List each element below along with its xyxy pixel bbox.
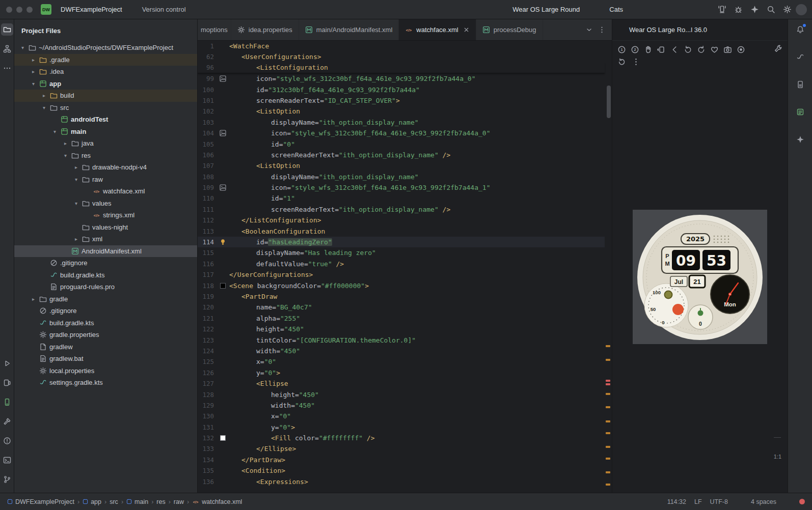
line-number[interactable]: 114 [198, 237, 216, 247]
caret-position[interactable]: 114:32 [667, 498, 686, 505]
error-stripe-mark[interactable] [606, 383, 610, 385]
code-line[interactable]: 122height="450" [198, 324, 605, 334]
open-in-window-icon[interactable] [747, 26, 755, 34]
line-number[interactable]: 103 [198, 117, 216, 128]
line-number[interactable]: 135 [198, 465, 216, 476]
close-window-icon[interactable] [6, 7, 12, 13]
logcat-button[interactable] [794, 106, 806, 118]
line-separator[interactable]: LF [694, 498, 702, 505]
gemini-button[interactable] [748, 3, 761, 16]
project-selector[interactable]: DWFExampleProject [57, 4, 136, 15]
button-1-icon[interactable]: 1 [617, 45, 626, 54]
editor-tab[interactable]: processDebug [476, 19, 543, 40]
line-number[interactable]: 99 [198, 73, 216, 84]
build-button[interactable] [1, 415, 13, 428]
editor-tab[interactable]: moptions [198, 19, 231, 40]
line-number[interactable]: 117 [198, 269, 216, 280]
unlock-icon[interactable] [784, 498, 791, 505]
tree-item[interactable]: .gitignore [14, 257, 197, 269]
chevron-expanded-icon[interactable]: ▾ [40, 105, 48, 110]
error-indicator[interactable] [799, 499, 805, 504]
code-line[interactable]: 118<Scene backgroundColor="#ff000000"> [198, 280, 605, 291]
chevron-expanded-icon[interactable]: ▾ [50, 129, 59, 134]
device-manager-button[interactable] [1, 396, 13, 408]
line-number[interactable]: 108 [198, 172, 216, 182]
project-panel-header[interactable]: Project Files [14, 19, 197, 42]
code-line[interactable]: 1<WatchFace [198, 41, 605, 51]
chevron-collapsed-icon[interactable]: ▸ [29, 296, 38, 302]
breadcrumb-item[interactable]: main [126, 498, 148, 505]
line-number[interactable]: 110 [198, 193, 216, 204]
line-number[interactable]: 131 [198, 422, 216, 433]
code-line[interactable]: 111screenReaderText="ith_option_display_… [198, 204, 605, 215]
line-number[interactable]: 115 [198, 247, 216, 258]
warning-stripe-mark[interactable] [606, 471, 610, 473]
code-line[interactable]: 108displayName="ith_option_display_name" [198, 172, 605, 182]
indent-config[interactable]: 4 spaces [751, 498, 776, 505]
code-line[interactable]: 133</Ellipse> [198, 443, 605, 454]
line-number[interactable]: 129 [198, 400, 216, 411]
line-number[interactable]: 119 [198, 291, 216, 302]
code-line[interactable]: 110id="1" [198, 193, 605, 204]
avatar[interactable] [796, 4, 807, 15]
inspections-ok-icon[interactable] [593, 45, 601, 52]
tree-item[interactable]: gradlew.bat [14, 353, 197, 365]
file-encoding[interactable]: UTF-8 [710, 498, 728, 505]
chevron-collapsed-icon[interactable]: ▸ [29, 69, 38, 74]
chevron-collapsed-icon[interactable]: ▸ [72, 164, 80, 170]
line-number[interactable]: 126 [198, 367, 216, 378]
code-line[interactable]: 132<Fill color="#ffffffff" /> [198, 433, 605, 443]
tree-item[interactable]: values-night [14, 221, 197, 234]
problems-button[interactable] [1, 435, 13, 447]
more-button[interactable] [1, 62, 13, 74]
run-configuration-selector[interactable]: Cats [596, 4, 637, 15]
reset-icon[interactable] [617, 58, 626, 66]
line-number[interactable]: 104 [198, 128, 216, 138]
line-number[interactable]: 121 [198, 313, 216, 324]
tree-item[interactable]: </>strings.xml [14, 209, 197, 221]
line-number[interactable]: 133 [198, 443, 216, 454]
tilt-icon[interactable] [657, 45, 666, 54]
code-line[interactable]: 131y="0"> [198, 422, 605, 433]
warning-stripe-mark[interactable] [606, 420, 610, 422]
rotate-left-icon[interactable] [684, 45, 692, 54]
line-number[interactable]: 113 [198, 226, 216, 237]
code-line[interactable]: 103displayName="ith_option_display_name" [198, 117, 605, 128]
chevron-expanded-icon[interactable]: ▾ [18, 45, 27, 50]
close-tab-icon[interactable] [463, 26, 470, 33]
error-stripe[interactable] [605, 41, 612, 493]
tree-item[interactable]: proguard-rules.pro [14, 281, 197, 293]
code-line[interactable]: 136<Expressions> [198, 476, 605, 487]
line-number[interactable]: 109 [198, 182, 216, 193]
tab-more-options-icon[interactable] [598, 26, 606, 34]
code-line[interactable]: 121alpha="255" [198, 313, 605, 324]
project-button[interactable] [1, 23, 13, 36]
tree-item[interactable]: ▸.gradle [14, 54, 197, 66]
code-line[interactable]: 112</ListConfiguration> [198, 215, 605, 225]
device-tab-title[interactable]: Wear OS Large Ro...l 36.0 [629, 26, 707, 34]
tree-item[interactable]: gradle.properties [14, 329, 197, 341]
line-number[interactable]: 1 [198, 41, 216, 51]
tree-item[interactable]: ▸gradle [14, 293, 197, 305]
rotate-right-icon[interactable] [697, 45, 706, 54]
line-number[interactable]: 118 [198, 280, 216, 291]
line-number[interactable]: 116 [198, 259, 216, 269]
warning-stripe-mark[interactable] [606, 345, 610, 347]
drawable-icon[interactable] [220, 184, 226, 191]
heart-rate-icon[interactable] [710, 45, 719, 54]
error-stripe-mark[interactable] [606, 380, 610, 382]
code-line[interactable]: 105id="0" [198, 139, 605, 150]
running-devices-button[interactable] [1, 377, 13, 389]
tree-item[interactable]: ▸java [14, 137, 197, 150]
line-number[interactable]: 62 [198, 51, 216, 62]
line-number[interactable]: 123 [198, 335, 216, 346]
color-swatch-white[interactable] [221, 436, 225, 440]
zoom-window-icon[interactable] [26, 7, 33, 13]
run-button[interactable] [1, 357, 13, 370]
line-number[interactable]: 128 [198, 389, 216, 400]
breadcrumb-item[interactable]: res [156, 498, 165, 505]
warning-stripe-mark[interactable] [606, 458, 610, 460]
tree-item[interactable]: ▸drawable-nodpi-v4 [14, 161, 197, 174]
code-line[interactable]: 100id="312c30bf_f64a_461e_9c93_992f2fb7a… [198, 84, 605, 95]
search-button[interactable] [764, 3, 777, 16]
